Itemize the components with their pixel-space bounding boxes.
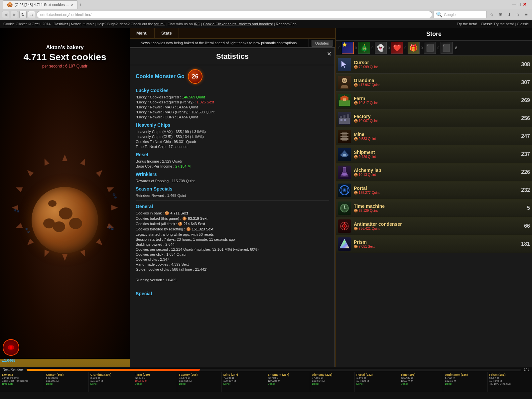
shirts-link[interactable]: Cookie Clicker shirts, stickers and hood… [203, 22, 273, 26]
stats-content: Cookie Monster Go 26 Lucky Cookies "Luck… [130, 65, 334, 302]
antimatter-stat-cell[interactable]: Antimatter (186) 5.722 Tr 132.19 M Done! [443, 372, 487, 392]
cookie-image[interactable] [32, 187, 98, 253]
address-bar[interactable]: orteil.dashnet.org/cookieclicker/ [37, 11, 432, 18]
special-item-7[interactable]: ⬛ [441, 42, 453, 54]
antimatter-name: Antimatter condenser [354, 221, 514, 227]
left-panel: 🐾 🐾 🐾 🐾 Aktan's bakery 4.711 Sext cookie… [0, 28, 130, 399]
grandma-info: Grandma 🍪 417.967 Quint [354, 78, 514, 87]
grandma-stat-cell[interactable]: Grandma (307) 3.186 Tr 131.187 M Done! [89, 372, 133, 392]
address-text: orteil.dashnet.org/cookieclicker/ [40, 13, 91, 17]
store-item-farm[interactable]: Farm 🍪 10.317 Quint 269 [336, 91, 532, 109]
special-item-6[interactable]: ⬛ [424, 42, 436, 54]
time-stat-cell[interactable]: Time (195) 630.432 B 130.274 M Done! [399, 372, 443, 392]
portal-stat-cell[interactable]: Portal (232) 1.449 Tr 134.698 M Done! [355, 372, 399, 392]
stats-tab[interactable]: Stats [155, 28, 179, 38]
store-item-factory[interactable]: Factory 🍪 10.067 Quint 256 [336, 109, 532, 127]
svg-text:🐾: 🐾 [24, 227, 31, 234]
back-btn[interactable]: ◀ [2, 11, 9, 18]
special-item-present[interactable]: 🎁 [408, 42, 420, 54]
menu-icon[interactable]: ≡ [523, 11, 530, 18]
browser-titlebar: 🍪 [G 26][148] 4.711 Sext cookies ... ✕ +… [0, 0, 532, 9]
cookies-this-game-row: Cookies baked (this game) : 🍪 63.319 Sex… [136, 216, 329, 221]
special-items-row: 0 ⭐ 0 🎄 0 👻 0 ❤️ 0 🎁 0 ⬛ 0 ⬛ 8 [336, 41, 532, 56]
try-beta-link[interactable]: Try the beta! [457, 22, 477, 26]
store-item-prism[interactable]: Prism 🍪 7.051 Sext 181 [336, 235, 532, 253]
randomgen-link[interactable]: RandomGen [276, 22, 297, 26]
mine-stat-cell[interactable]: Mine (247) 72.946 B 130.697 M Done! [222, 372, 266, 392]
store-item-mine[interactable]: Mine 🍪 9.533 Quint 247 [336, 127, 532, 145]
farm-stat-cell[interactable]: Farm (269) 72.484 B 192.547 M Done! [133, 372, 177, 392]
forward-btn[interactable]: ▶ [11, 11, 18, 18]
cookies-forfeited-row: Cookies forfeited by resetting : 🍪 151.3… [136, 227, 329, 231]
tab-close-btn[interactable]: ✕ [71, 3, 73, 7]
cursor-info: Cursor 🍪 72.099 Quint [354, 60, 514, 69]
antimatter-icon [338, 219, 351, 233]
new-tab-btn[interactable]: + [79, 2, 82, 7]
bookmark-icon[interactable]: ☆ [488, 11, 495, 18]
svg-rect-8 [343, 98, 346, 101]
svg-rect-13 [340, 119, 342, 121]
dashnet-link[interactable]: DashNet [54, 22, 68, 26]
updates-button[interactable]: Updates [312, 40, 332, 47]
big-cookie[interactable] [32, 187, 98, 253]
store-item-grandma[interactable]: Grandma 🍪 417.967 Quint 307 [336, 73, 532, 91]
store-item-timemachine[interactable]: Time machine 🍪 82.129 Quint 5 [336, 199, 532, 217]
store-item-cursor[interactable]: Cursor 🍪 72.099 Quint 308 [336, 56, 532, 73]
home-btn[interactable]: ⌂ [28, 11, 35, 18]
factory-stat-cell[interactable]: Factory (256) 72.576 B 138.635 M Done! [177, 372, 221, 392]
clicks-row: Cookie clicks : 2,347 [136, 257, 329, 261]
lucky-cur-row: "Lucky!" Reward (CUR) : 14.656 Quint [136, 115, 329, 119]
store-item-shipment[interactable]: Shipment 🍪 9.426 Quint 237 [336, 145, 532, 163]
special-item-heart[interactable]: ❤️ [391, 42, 403, 54]
svg-rect-14 [344, 119, 346, 121]
bookmark-manage-icon[interactable]: ⊞ [497, 11, 504, 18]
search-placeholder: Google [444, 13, 456, 17]
irc-link[interactable]: IRC [194, 22, 200, 26]
special-item-tree[interactable]: 🎄 [358, 42, 370, 54]
refresh-btn[interactable]: ↻ [19, 11, 27, 18]
special-count-0: 0 [338, 46, 340, 50]
portal-count: 232 [517, 187, 530, 193]
classic-text: Classic [517, 22, 529, 26]
bonus-income-label: Bonus Income [2, 376, 42, 379]
store-item-portal[interactable]: Portal 🍪 135.277 Quint 232 [336, 181, 532, 199]
orteil-link[interactable]: Orteil [32, 22, 40, 26]
close-btn[interactable]: ✕ [523, 2, 527, 8]
store-item-antimatter[interactable]: Antimatter condenser 🍪 756.421 Quint 66 [336, 217, 532, 235]
svg-rect-11 [343, 115, 345, 118]
reindeer-track [27, 369, 521, 371]
minimize-btn[interactable]: ─ [512, 2, 516, 8]
special-item-ghost[interactable]: 👻 [375, 42, 387, 54]
forum-link[interactable]: forum! [154, 22, 165, 26]
special-item-star[interactable]: ⭐ [342, 42, 354, 54]
cursor-stat-cell[interactable]: Cursor (308) 549.363 B 131.241 M Done! [44, 372, 88, 392]
shipment-stat-cell[interactable]: Shipment (237) 73.768 B 127.785 M Done! [266, 372, 310, 392]
search-bar[interactable]: 🔍 Google [434, 11, 487, 18]
factory-name: Factory [354, 114, 514, 119]
twitter-link[interactable]: twitter [71, 22, 80, 26]
portal-cost: 🍪 135.277 Quint [354, 191, 514, 195]
grandma-count: 307 [517, 79, 530, 85]
wrinklers-pop-row: Rewards of Popping : 115.708 Quint [136, 179, 329, 183]
maximize-btn[interactable]: □ [518, 2, 521, 8]
tumblr-link[interactable]: tumblr [83, 22, 94, 26]
classic-link[interactable]: Classic [481, 22, 492, 26]
version-stat-label: 1.0465.3 [2, 373, 42, 376]
stats-close-btn[interactable]: ✕ [327, 51, 331, 57]
alchemy-cost: 🍪 10.13 Quint [354, 173, 514, 177]
buildings-row: Buildings owned : 2,644 [136, 242, 329, 246]
special-count-2: 0 [371, 46, 373, 50]
download-icon[interactable]: ⬇ [505, 11, 513, 18]
svg-rect-17 [340, 136, 348, 137]
cursor-count: 308 [517, 62, 530, 67]
handmade-row: Hand-made cookies : 4.399 Sext [136, 262, 329, 266]
store-item-alchemy[interactable]: Alchemy lab 🍪 10.13 Quint 226 [336, 163, 532, 181]
browser-tab[interactable]: 🍪 [G 26][148] 4.711 Sext cookies ... ✕ [3, 0, 78, 9]
shipment-name: Shipment [354, 150, 514, 155]
alchemy-stat-cell[interactable]: Alchemy (226) 77.569 B 130.604 M Done! [310, 372, 354, 392]
base-cost-label: Base Cost Per Income [2, 379, 42, 382]
prism-stat-cell[interactable]: Prism (181) 56.57 Tr 124.648 M 4d, 10h, … [488, 372, 532, 392]
menu-tab[interactable]: Menu [130, 28, 155, 38]
home2-icon[interactable]: ⌂ [514, 11, 521, 18]
special-count-1: 0 [355, 46, 357, 50]
